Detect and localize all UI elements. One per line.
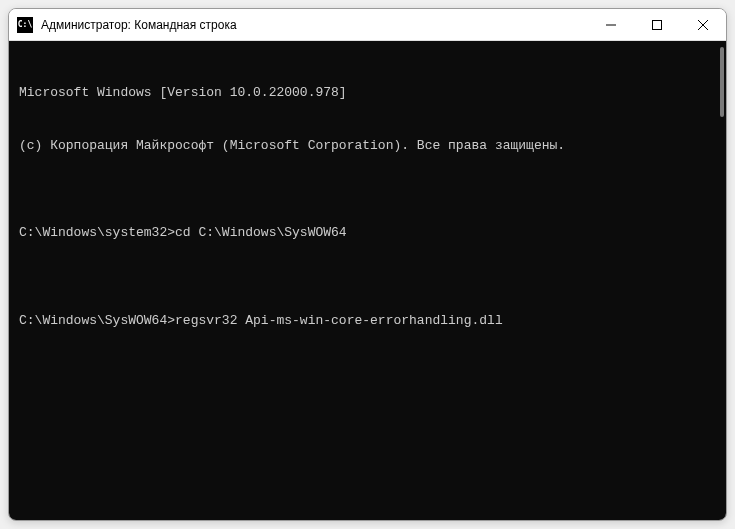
window-controls: [588, 9, 726, 40]
maximize-icon: [652, 20, 662, 30]
maximize-button[interactable]: [634, 9, 680, 40]
close-button[interactable]: [680, 9, 726, 40]
cmd-icon: C:\: [17, 17, 33, 33]
terminal-line: (c) Корпорация Майкрософт (Microsoft Cor…: [19, 137, 716, 155]
terminal-output[interactable]: Microsoft Windows [Version 10.0.22000.97…: [9, 41, 726, 520]
scrollbar-thumb[interactable]: [720, 47, 724, 117]
minimize-button[interactable]: [588, 9, 634, 40]
titlebar[interactable]: C:\ Администратор: Командная строка: [9, 9, 726, 41]
terminal-line: C:\Windows\SysWOW64>regsvr32 Api-ms-win-…: [19, 312, 716, 330]
window-title: Администратор: Командная строка: [41, 18, 588, 32]
close-icon: [698, 20, 708, 30]
minimize-icon: [606, 20, 616, 30]
svg-rect-1: [653, 20, 662, 29]
terminal-line: C:\Windows\system32>cd C:\Windows\SysWOW…: [19, 224, 716, 242]
command-prompt-window: C:\ Администратор: Командная строка Micr…: [8, 8, 727, 521]
terminal-line: Microsoft Windows [Version 10.0.22000.97…: [19, 84, 716, 102]
